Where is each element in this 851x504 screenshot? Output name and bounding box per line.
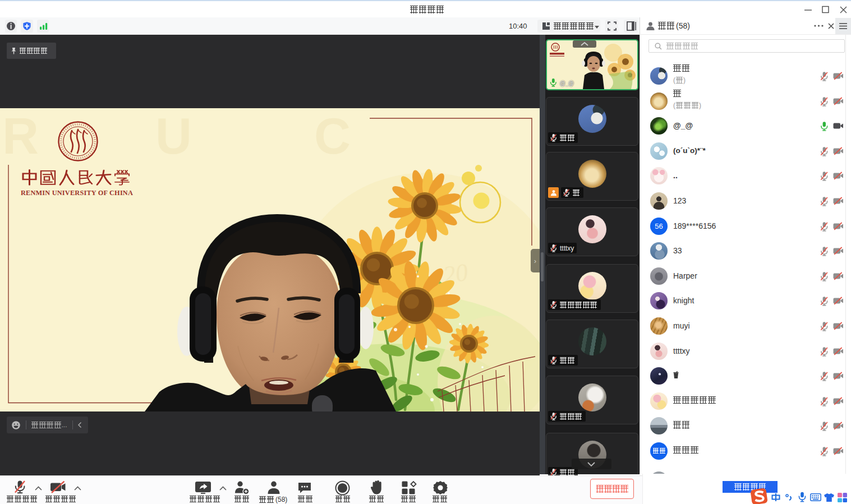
svg-text:U: U [155,108,192,164]
svg-text:R: R [2,108,39,164]
svg-text:C: C [314,108,351,164]
svg-text:RENMIN UNIVERSITY OF CHINA: RENMIN UNIVERSITY OF CHINA [21,189,133,197]
